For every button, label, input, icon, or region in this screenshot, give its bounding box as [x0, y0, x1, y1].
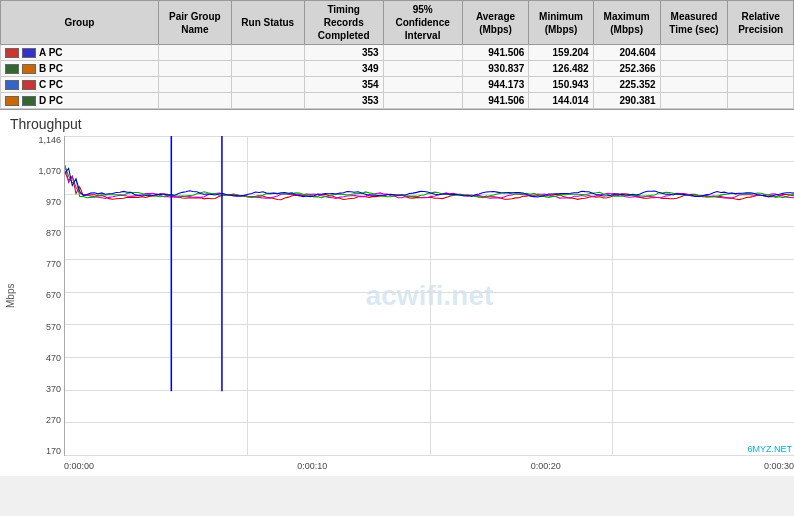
- maximum-cell: 204.604: [593, 45, 660, 61]
- precision-cell: [728, 77, 794, 93]
- y-label: 770: [46, 260, 61, 269]
- y-label: 270: [46, 416, 61, 425]
- confidence-cell: [383, 77, 462, 93]
- color-indicator-1: [5, 48, 19, 58]
- minimum-cell: 144.014: [529, 93, 593, 109]
- average-cell: 930.837: [462, 61, 529, 77]
- group-cell: C PC: [1, 77, 159, 93]
- data-table-section: Group Pair Group Name Run Status Timing …: [0, 0, 794, 110]
- y-label: 170: [46, 447, 61, 456]
- minimum-cell: 150.943: [529, 77, 593, 93]
- measured-cell: [660, 77, 728, 93]
- table-row: C PC 354944.173150.943225.352: [1, 77, 794, 93]
- chart-line: [65, 168, 794, 196]
- group-cell: B PC: [1, 61, 159, 77]
- x-label: 0:00:30: [764, 461, 794, 471]
- row-label: D PC: [39, 95, 63, 106]
- group-cell: D PC: [1, 93, 159, 109]
- confidence-cell: [383, 61, 462, 77]
- table-row: D PC 353941.506144.014290.381: [1, 93, 794, 109]
- chart-title: Throughput: [0, 116, 794, 136]
- table-row: A PC 353941.506159.204204.604: [1, 45, 794, 61]
- color-indicator-2: [22, 96, 36, 106]
- col-header-timing: Timing Records Completed: [304, 1, 383, 45]
- col-header-group: Group: [1, 1, 159, 45]
- col-header-measured: Measured Time (sec): [660, 1, 728, 45]
- precision-cell: [728, 45, 794, 61]
- group-cell: A PC: [1, 45, 159, 61]
- color-indicator-1: [5, 64, 19, 74]
- color-indicator-2: [22, 48, 36, 58]
- color-indicator-2: [22, 80, 36, 90]
- x-label: 0:00:10: [297, 461, 327, 471]
- y-label: 570: [46, 323, 61, 332]
- measured-cell: [660, 45, 728, 61]
- measured-cell: [660, 61, 728, 77]
- precision-cell: [728, 61, 794, 77]
- run-status-cell: [231, 45, 304, 61]
- credit-text: 6MYZ.NET: [747, 444, 792, 454]
- maximum-cell: 225.352: [593, 77, 660, 93]
- results-table: Group Pair Group Name Run Status Timing …: [0, 0, 794, 109]
- col-header-pair: Pair Group Name: [158, 1, 231, 45]
- x-label: 0:00:20: [531, 461, 561, 471]
- chart-svg: [65, 136, 794, 455]
- confidence-cell: [383, 93, 462, 109]
- minimum-cell: 159.204: [529, 45, 593, 61]
- chart-inner: 1,1461,070970870770670570470370270170 ac…: [20, 136, 794, 476]
- col-header-minimum: Minimum (Mbps): [529, 1, 593, 45]
- average-cell: 944.173: [462, 77, 529, 93]
- average-cell: 941.506: [462, 45, 529, 61]
- timing-cell: 349: [304, 61, 383, 77]
- precision-cell: [728, 93, 794, 109]
- chart-section: Throughput Mbps 1,1461,07097087077067057…: [0, 110, 794, 476]
- timing-cell: 353: [304, 45, 383, 61]
- col-header-maximum: Maximum (Mbps): [593, 1, 660, 45]
- color-indicator-1: [5, 80, 19, 90]
- col-header-confidence: 95% Confidence Interval: [383, 1, 462, 45]
- maximum-cell: 290.381: [593, 93, 660, 109]
- pair-group-cell: [158, 77, 231, 93]
- y-label: 670: [46, 291, 61, 300]
- run-status-cell: [231, 93, 304, 109]
- row-label: B PC: [39, 63, 63, 74]
- pair-group-cell: [158, 45, 231, 61]
- chart-area: acwifi.net: [64, 136, 794, 456]
- col-header-run: Run Status: [231, 1, 304, 45]
- y-labels: 1,1461,070970870770670570470370270170: [20, 136, 64, 456]
- x-label: 0:00:00: [64, 461, 94, 471]
- y-label: 1,070: [38, 167, 61, 176]
- col-header-precision: Relative Precision: [728, 1, 794, 45]
- color-indicator-1: [5, 96, 19, 106]
- y-label: 1,146: [38, 136, 61, 145]
- timing-cell: 353: [304, 93, 383, 109]
- chart-container: Mbps 1,1461,0709708707706705704703702701…: [0, 136, 794, 476]
- maximum-cell: 252.366: [593, 61, 660, 77]
- timing-cell: 354: [304, 77, 383, 93]
- y-label: 370: [46, 385, 61, 394]
- average-cell: 941.506: [462, 93, 529, 109]
- color-indicator-2: [22, 64, 36, 74]
- row-label: A PC: [39, 47, 63, 58]
- x-labels: 0:00:000:00:100:00:200:00:30: [64, 456, 794, 476]
- confidence-cell: [383, 45, 462, 61]
- y-axis-label: Mbps: [0, 116, 20, 476]
- row-label: C PC: [39, 79, 63, 90]
- pair-group-cell: [158, 93, 231, 109]
- run-status-cell: [231, 61, 304, 77]
- y-label: 970: [46, 198, 61, 207]
- pair-group-cell: [158, 61, 231, 77]
- minimum-cell: 126.482: [529, 61, 593, 77]
- measured-cell: [660, 93, 728, 109]
- table-row: B PC 349930.837126.482252.366: [1, 61, 794, 77]
- y-label: 470: [46, 354, 61, 363]
- col-header-average: Average (Mbps): [462, 1, 529, 45]
- y-label: 870: [46, 229, 61, 238]
- run-status-cell: [231, 77, 304, 93]
